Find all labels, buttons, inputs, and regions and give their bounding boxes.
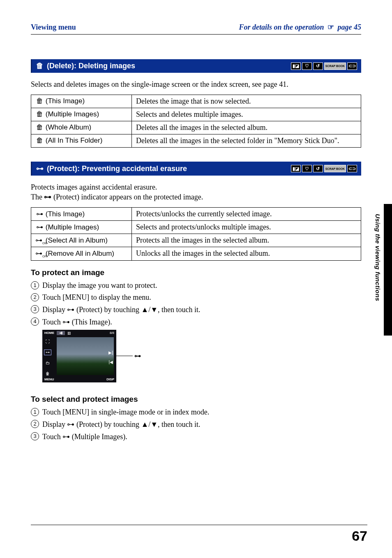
header-left: Viewing menu <box>31 23 76 32</box>
table-row: ⊶ON (Select All in Album) Protects all t… <box>31 234 361 247</box>
table-row: 🗑 (Whole Album) Deletes all the images i… <box>31 121 361 134</box>
screen-photo <box>57 337 114 375</box>
camera-screenshot: HOME ◂▮ ▥ 8/8 ⛶ ⊶ 🗀 🗑 ▶| |◀ MENU DISP ⊶ <box>42 330 361 382</box>
heart-icon: ♡ <box>302 165 312 172</box>
step: Touch [MENU] to display the menu. <box>31 293 361 302</box>
trash-icon: 🗑 <box>35 137 44 145</box>
opt-desc: Selects and protects/unlocks multiple im… <box>132 221 361 234</box>
opt-label: (Select All in Album) <box>46 236 108 244</box>
album-icon: ▮◪ <box>291 165 301 172</box>
opt-label: (All In This Folder) <box>46 137 103 144</box>
opt-desc: Deletes all the images in the selected f… <box>132 134 361 148</box>
protect-icon: ⊶ <box>36 164 44 173</box>
screen-back-icon: ◂▮ <box>57 331 65 335</box>
step: Display the image you want to protect. <box>31 281 361 290</box>
step: Display ⊶ (Protect) by touching ▲/▼, the… <box>31 420 361 429</box>
trash-icon: 🗑 <box>35 97 44 105</box>
screen-battery-icon: ▥ <box>67 331 71 335</box>
step: Display ⊶ (Protect) by touching ▲/▼, the… <box>31 305 361 314</box>
header-page-ref: page 45 <box>338 23 362 31</box>
trash-icon: 🗑 <box>35 123 44 132</box>
screen-next-icon: ▶| <box>108 350 113 355</box>
callout-line <box>116 356 133 356</box>
opt-label: (Remove All in Album) <box>46 250 114 257</box>
section-protect-bar: ⊶ (Protect): Preventing accidental erasu… <box>31 162 361 176</box>
scrapbook-icon: SCRAP BOOK <box>324 165 346 172</box>
trash-icon: 🗑 <box>35 110 44 118</box>
opt-desc: Deletes the image that is now selected. <box>132 95 361 108</box>
pointing-hand-icon: ☞ <box>327 23 334 32</box>
opt-desc: Deletes all the images in the selected a… <box>132 121 361 134</box>
memory-stick-icon: ⊂⊃ <box>347 63 357 70</box>
protect-intro1: Protects images against accidental erasu… <box>31 183 361 192</box>
delete-intro: Selects and deletes images on the single… <box>31 80 361 89</box>
scrapbook-icon: SCRAP BOOK <box>324 63 346 70</box>
mode-icons: ▮◪ ♡ ↺ SCRAP BOOK ⊂⊃ <box>291 165 357 172</box>
table-row: 🗑 (Multiple Images) Selects and deletes … <box>31 108 361 121</box>
select-protect-heading: To select and protect images <box>31 395 361 404</box>
select-protect-steps: Touch [MENU] in single-image mode or in … <box>31 408 361 441</box>
album-icon: ▮◪ <box>291 63 301 70</box>
opt-label: (This Image) <box>46 97 85 105</box>
side-tab <box>384 204 392 336</box>
table-row: 🗑 (All In This Folder) Deletes all the i… <box>31 134 361 148</box>
header-right: For details on the operation ☞ page 45 <box>239 23 361 32</box>
screen-count: 8/8 <box>110 331 114 335</box>
screen-trash-icon: 🗑 <box>44 371 51 377</box>
page-number: 67 <box>352 528 367 544</box>
key-icon: ⊶ <box>44 193 51 201</box>
table-row: ⊶ (Multiple Images) Selects and protects… <box>31 221 361 234</box>
opt-label: (Multiple Images) <box>46 110 99 118</box>
opt-desc: Protects all the images in the selected … <box>132 234 361 247</box>
opt-label: (Whole Album) <box>46 123 91 131</box>
page-header: Viewing menu For details on the operatio… <box>31 23 361 35</box>
protect-options-table: ⊶ (This Image) Protects/unlocks the curr… <box>31 207 361 261</box>
section-protect-title: (Protect): Preventing accidental erasure <box>47 164 187 173</box>
footer-rule <box>31 525 367 525</box>
protect-steps: Display the image you want to protect. T… <box>31 281 361 326</box>
side-section-label: Using the viewing functions <box>374 214 381 301</box>
table-row: ⊶OFF (Remove All in Album) Unlocks all t… <box>31 247 361 260</box>
opt-desc: Selects and deletes multiple images. <box>132 108 361 121</box>
table-row: ⊶ (This Image) Protects/unlocks the curr… <box>31 208 361 221</box>
heart-icon: ♡ <box>302 63 312 70</box>
protect-off-icon: ⊶OFF <box>35 249 44 258</box>
opt-desc: Protects/unlocks the currently selected … <box>132 208 361 221</box>
step: Touch ⊶ (This Image). <box>31 317 361 326</box>
opt-label: (Multiple Images) <box>46 223 99 231</box>
txt: (Protect) indicator appears on the prote… <box>53 193 203 201</box>
screen-album-icon: 🗀 <box>44 360 51 366</box>
camera-screen: HOME ◂▮ ▥ 8/8 ⛶ ⊶ 🗀 🗑 ▶| |◀ MENU DISP <box>42 330 116 382</box>
screen-protect-icon: ⊶ <box>44 350 51 355</box>
screen-disp: DISP <box>106 377 114 381</box>
protect-heading: To protect an image <box>31 268 361 277</box>
screen-expand-icon: ⛶ <box>44 339 51 345</box>
header-right-text: For details on the operation <box>239 23 324 31</box>
step: Touch ⊶ (Multiple Images). <box>31 432 361 441</box>
screen-home: HOME <box>44 331 54 335</box>
protect-on-icon: ⊶ON <box>35 236 44 245</box>
mode-icons: ▮◪ ♡ ↺ SCRAP BOOK ⊂⊃ <box>291 63 357 70</box>
trash-icon: 🗑 <box>36 62 44 70</box>
share-icon: ↺ <box>313 165 323 172</box>
memory-stick-icon: ⊂⊃ <box>347 165 357 172</box>
delete-options-table: 🗑 (This Image) Deletes the image that is… <box>31 95 361 148</box>
txt: The <box>31 193 44 201</box>
share-icon: ↺ <box>313 63 323 70</box>
step: Touch [MENU] in single-image mode or in … <box>31 408 361 417</box>
protect-icon: ⊶ <box>35 210 44 218</box>
section-delete-bar: 🗑 (Delete): Deleting images ▮◪ ♡ ↺ SCRAP… <box>31 59 361 73</box>
screen-prev-icon: |◀ <box>108 360 113 364</box>
protect-icon: ⊶ <box>35 223 44 232</box>
opt-desc: Unlocks all the images in the selected a… <box>132 247 361 260</box>
section-delete-title: (Delete): Deleting images <box>47 62 135 70</box>
protect-intro2: The ⊶ (Protect) indicator appears on the… <box>31 192 361 201</box>
opt-label: (This Image) <box>46 210 85 218</box>
screen-menu: MENU <box>44 377 54 381</box>
table-row: 🗑 (This Image) Deletes the image that is… <box>31 95 361 108</box>
protect-indicator-icon: ⊶ <box>134 352 141 360</box>
